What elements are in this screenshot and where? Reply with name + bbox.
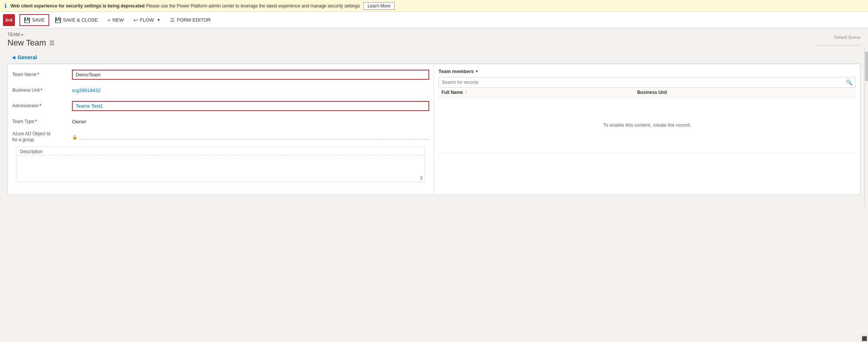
- azure-ad-input[interactable]: [80, 134, 429, 140]
- lock-icon: 🔒: [72, 134, 78, 140]
- col-business-unit[interactable]: Business Unit: [634, 88, 856, 98]
- save-icon: 💾: [24, 17, 30, 23]
- administrator-required: *: [40, 103, 41, 109]
- general-section-header: ◀ General: [7, 51, 861, 64]
- azure-ad-value: 🔒: [72, 134, 429, 140]
- page-title: New Team ☰: [7, 38, 54, 48]
- full-name-sort-icon: ↑: [465, 91, 467, 95]
- business-unit-row: Business Unit * org39818432: [12, 84, 429, 96]
- team-name-label: Team Name *: [12, 72, 72, 77]
- administrator-label: Administrator *: [12, 103, 72, 109]
- default-queue-label: Default Queue: [816, 35, 861, 39]
- status-icon: ⬛: [862, 336, 867, 341]
- save-button[interactable]: 💾 SAVE: [19, 14, 49, 26]
- form-section: Team Name * Business Unit: [7, 64, 861, 195]
- page-wrapper: ℹ Web client experience for security set…: [0, 0, 868, 342]
- new-icon: +: [107, 17, 110, 23]
- search-bar: 🔍: [438, 77, 856, 88]
- default-queue-value: [816, 39, 861, 45]
- info-icon: ℹ: [4, 2, 7, 9]
- page-scrollbar[interactable]: [864, 48, 868, 207]
- app-logo: 8×8: [3, 14, 15, 26]
- new-button[interactable]: + NEW: [103, 14, 128, 26]
- general-section-chevron[interactable]: ◀: [12, 55, 15, 60]
- flow-dropdown-arrow: ▼: [157, 18, 161, 22]
- business-unit-label: Business Unit *: [12, 87, 72, 93]
- banner-bold-text: Web client experience for security setti…: [10, 3, 360, 9]
- form-editor-label: FORM EDITOR: [177, 17, 211, 23]
- form-editor-icon: ☰: [170, 17, 175, 23]
- search-input[interactable]: [439, 78, 843, 87]
- save-close-label: SAVE & CLOSE: [63, 17, 98, 23]
- form-right: Team members ▾ 🔍 Full Name ↑: [434, 64, 860, 194]
- save-label: SAVE: [32, 17, 45, 23]
- business-unit-value: org39818432: [72, 88, 429, 93]
- team-type-label: Team Type *: [12, 118, 72, 124]
- breadcrumb-chevron: ▾: [21, 33, 23, 37]
- team-type-value: Owner: [72, 119, 429, 124]
- administrator-row: Administrator * Teams Test1: [12, 100, 429, 112]
- toolbar: 8×8 💾 SAVE 💾 SAVE & CLOSE + NEW ↩ FLOW ▼…: [0, 12, 868, 28]
- page-header-left: TEAM ▾ New Team ☰: [7, 32, 54, 48]
- col-full-name[interactable]: Full Name ↑: [438, 88, 634, 98]
- empty-message: To enable this content, create the recor…: [441, 100, 853, 150]
- team-name-input[interactable]: [76, 72, 425, 77]
- azure-ad-row: Azure AD Object Idfor a group 🔒: [12, 131, 429, 143]
- flow-button[interactable]: ↩ FLOW ▼: [129, 14, 164, 26]
- title-menu-icon[interactable]: ☰: [49, 39, 54, 47]
- save-close-icon: 💾: [55, 17, 61, 23]
- description-section: Description ⇕: [17, 146, 425, 182]
- description-label: Description: [17, 147, 424, 155]
- general-section-title: General: [18, 54, 37, 60]
- scrollbar-thumb[interactable]: [865, 51, 868, 81]
- team-members-table: Full Name ↑ Business Unit: [438, 88, 856, 153]
- azure-ad-label: Azure AD Object Idfor a group: [12, 131, 72, 143]
- form-editor-button[interactable]: ☰ FORM EDITOR: [166, 14, 215, 26]
- business-unit-link[interactable]: org39818432: [72, 88, 101, 93]
- team-members-header: Team members ▾: [438, 69, 856, 74]
- save-close-button[interactable]: 💾 SAVE & CLOSE: [51, 14, 102, 26]
- team-members-chevron[interactable]: ▾: [476, 69, 478, 74]
- empty-state-cell: To enable this content, create the recor…: [438, 98, 856, 153]
- flow-label: FLOW: [140, 17, 154, 23]
- flow-icon: ↩: [133, 17, 138, 23]
- learn-more-button[interactable]: Learn More: [364, 2, 394, 10]
- description-wrapper: ⇕: [17, 155, 424, 182]
- administrator-field[interactable]: Teams Test1: [72, 101, 429, 111]
- main-content: ◀ General Team Name *: [0, 48, 868, 207]
- team-name-required: *: [37, 72, 39, 77]
- team-name-row: Team Name *: [12, 69, 429, 80]
- breadcrumb: TEAM ▾: [7, 32, 54, 37]
- default-queue-section: Default Queue: [816, 32, 861, 47]
- team-type-row: Team Type * Owner: [12, 115, 429, 127]
- team-name-field[interactable]: [72, 70, 429, 80]
- deprecation-banner: ℹ Web client experience for security set…: [0, 0, 868, 12]
- team-members-title: Team members: [438, 69, 474, 74]
- resize-handle[interactable]: ⇕: [419, 175, 424, 181]
- status-bar: ⬛: [861, 335, 868, 342]
- description-textarea[interactable]: [17, 155, 424, 181]
- new-label: NEW: [113, 17, 124, 23]
- form-left: Team Name * Business Unit: [8, 64, 434, 194]
- form-layout: Team Name * Business Unit: [8, 64, 860, 194]
- page-header: TEAM ▾ New Team ☰ Default Queue: [0, 28, 868, 48]
- search-button[interactable]: 🔍: [843, 77, 855, 87]
- team-type-required: *: [35, 118, 37, 124]
- business-unit-required: *: [40, 87, 42, 93]
